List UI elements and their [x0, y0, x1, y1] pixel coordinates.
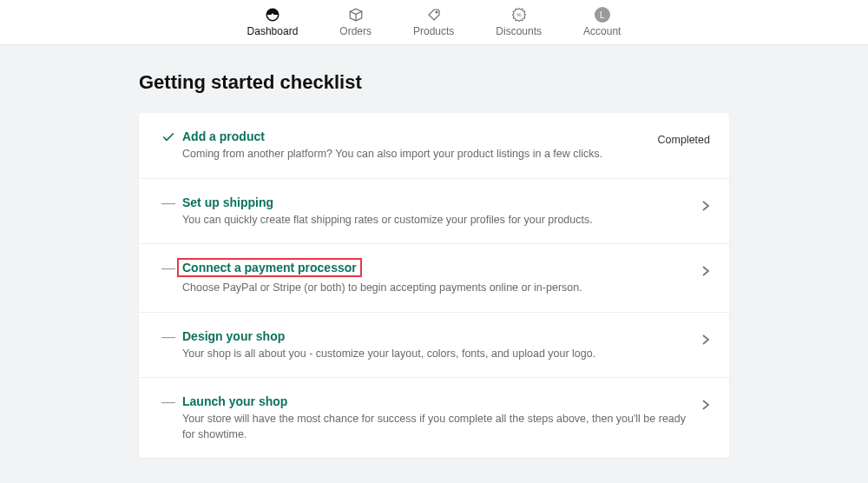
status-indicator: —: [155, 195, 182, 210]
nav-orders[interactable]: Orders: [339, 7, 372, 37]
dash-icon: —: [161, 261, 175, 275]
svg-point-1: [271, 14, 273, 17]
nav-label: Discounts: [496, 25, 542, 37]
checklist-item-payment[interactable]: — Connect a payment processor Choose Pay…: [139, 244, 729, 313]
checklist-item-title: Connect a payment processor: [177, 258, 362, 277]
nav-discounts[interactable]: % Discounts: [496, 7, 542, 37]
checklist-item-desc: Coming from another platform? You can al…: [182, 147, 658, 162]
account-icon: L: [595, 7, 610, 23]
nav-account[interactable]: L Account: [583, 7, 621, 37]
dashboard-icon: [265, 7, 280, 23]
nav-dashboard[interactable]: Dashboard: [247, 7, 299, 37]
checklist-item-title: Launch your shop: [182, 394, 287, 408]
nav-label: Dashboard: [247, 25, 299, 37]
avatar: L: [595, 7, 610, 23]
products-icon: [426, 7, 442, 23]
nav-products[interactable]: Products: [413, 7, 454, 37]
chevron-right-icon: [701, 334, 710, 349]
main-container: Getting started checklist Add a product …: [139, 45, 729, 483]
checklist-item-shipping[interactable]: — Set up shipping You can quickly create…: [139, 179, 729, 245]
top-nav: Dashboard Orders Products % Discounts L …: [0, 0, 868, 45]
checklist-item-desc: Choose PayPal or Stripe (or both) to beg…: [182, 281, 701, 296]
chevron-right-icon: [701, 265, 710, 281]
checklist-item-desc: Your shop is all about you - customize y…: [182, 347, 701, 362]
completed-label: Completed: [658, 134, 710, 146]
checklist: Add a product Coming from another platfo…: [139, 113, 729, 458]
svg-text:%: %: [516, 12, 522, 17]
checklist-item-title: Design your shop: [182, 329, 285, 343]
page-title: Getting started checklist: [139, 71, 729, 94]
chevron-right-icon: [701, 200, 710, 215]
discounts-icon: %: [511, 7, 527, 23]
dash-icon: —: [161, 330, 175, 344]
status-indicator: [155, 129, 182, 148]
dash-icon: —: [161, 395, 175, 409]
checklist-item-title: Set up shipping: [182, 195, 273, 209]
checklist-item-design[interactable]: — Design your shop Your shop is all abou…: [139, 313, 729, 379]
nav-label: Products: [413, 25, 454, 37]
checklist-item-desc: You can quickly create flat shipping rat…: [182, 213, 701, 228]
chevron-right-icon: [701, 399, 710, 414]
status-indicator: —: [155, 394, 182, 409]
dash-icon: —: [161, 196, 175, 210]
checklist-item-launch[interactable]: — Launch your shop Your store will have …: [139, 378, 729, 458]
checklist-item-title: Add a product: [182, 129, 265, 143]
svg-point-2: [436, 11, 437, 13]
checklist-item-add-product[interactable]: Add a product Coming from another platfo…: [139, 113, 729, 179]
nav-label: Account: [583, 25, 621, 37]
checklist-item-desc: Your store will have the most chance for…: [182, 412, 701, 442]
orders-icon: [348, 7, 364, 23]
check-icon: [161, 130, 175, 148]
nav-label: Orders: [339, 25, 372, 37]
status-indicator: —: [155, 328, 182, 344]
